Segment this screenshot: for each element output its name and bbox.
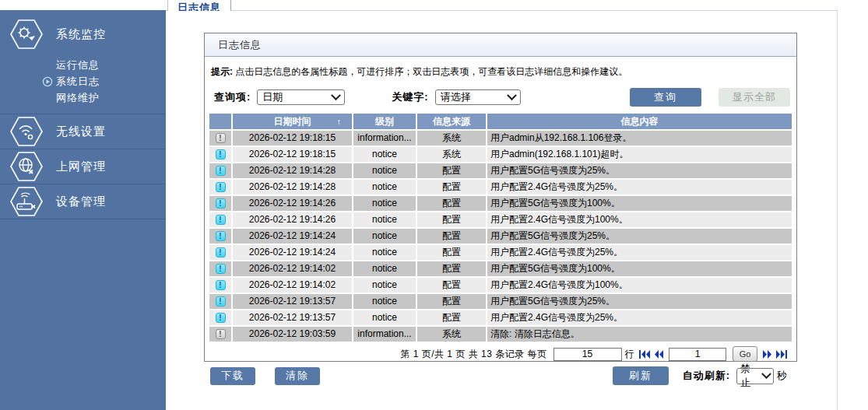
sidebar-group-internet: 上网管理 (0, 149, 166, 184)
page-summary: 第 1 页/共 1 页 共 13 条记录 每页 (400, 348, 546, 361)
info-level-icon (216, 133, 226, 143)
level-icon-cell (209, 245, 231, 260)
log-table-row[interactable]: 2026-02-12 19:03:59information...系统清除: 清… (209, 327, 792, 342)
info-level-icon (216, 329, 226, 339)
cell-datetime: 2026-02-12 19:14:02 (233, 278, 352, 293)
cell-datetime: 2026-02-12 19:14:26 (233, 196, 352, 211)
log-table-row[interactable]: 2026-02-12 19:14:24notice配置用户配置5G信号强度为25… (209, 229, 792, 244)
cell-source: 系统 (417, 147, 486, 162)
chevron-down-icon (331, 90, 341, 100)
active-play-icon (42, 76, 53, 87)
sidebar-item-wireless-settings[interactable]: 无线设置 (0, 114, 166, 149)
sidebar-group-wireless: 无线设置 (0, 114, 166, 149)
notice-level-icon (216, 198, 226, 209)
header-source[interactable]: 信息来源 (417, 114, 486, 129)
log-table-row[interactable]: 2026-02-12 19:14:26notice配置用户配置2.4G信号强度为… (209, 212, 792, 227)
last-page-button[interactable] (775, 350, 787, 359)
cell-content: 用户配置5G信号强度为25%。 (487, 229, 792, 244)
rows-per-page-input[interactable] (553, 348, 622, 361)
log-panel: 日志信息 提示: 点击日志信息的各属性标题，可进行排序；双击日志表项，可查看该日… (204, 33, 797, 362)
log-table-row[interactable]: 2026-02-12 19:13:57notice配置用户配置2.4G信号强度为… (209, 310, 792, 325)
log-table-row[interactable]: 2026-02-12 19:14:28notice配置用户配置5G信号强度为25… (209, 163, 792, 178)
log-table-row[interactable]: 2026-02-12 19:13:57notice配置用户配置5G信号强度为25… (209, 294, 792, 309)
tab-log-info[interactable]: 日志信息 (167, 0, 231, 11)
first-page-button[interactable] (639, 350, 651, 359)
cell-datetime: 2026-02-12 19:14:28 (233, 163, 352, 178)
sidebar-item-device-management[interactable]: 设备管理 (0, 184, 166, 219)
log-table-row[interactable]: 2026-02-12 19:18:15notice系统用户admin(192.1… (209, 147, 792, 162)
log-table-row[interactable]: 2026-02-12 19:14:28notice配置用户配置2.4G信号强度为… (209, 180, 792, 194)
notice-level-icon (216, 247, 226, 258)
cell-level: notice (353, 196, 416, 211)
sidebar-item-internet-management[interactable]: 上网管理 (0, 149, 166, 184)
header-content[interactable]: 信息内容 (487, 114, 792, 129)
cell-source: 配置 (417, 310, 486, 325)
auto-refresh-select[interactable]: 禁止 (736, 368, 774, 384)
internet-management-icon (10, 150, 43, 183)
next-page-button[interactable] (762, 350, 772, 359)
cell-content: 用户配置2.4G信号强度为100%。 (487, 278, 792, 293)
level-icon-cell (209, 163, 231, 178)
prev-page-button[interactable] (654, 350, 664, 359)
sidebar-subitem-running-info[interactable]: 运行信息 (0, 57, 166, 73)
query-row: 查询项: 日期 关键字: 请选择 查询 显示全部 (214, 88, 790, 107)
cell-source: 配置 (417, 294, 486, 309)
sidebar-subitem-system-log[interactable]: 系统日志 (0, 73, 166, 89)
pagination: 第 1 页/共 1 页 共 13 条记录 每页 行 Go (205, 346, 789, 362)
cell-level: notice (353, 212, 416, 227)
notice-level-icon (216, 296, 226, 307)
header-datetime[interactable]: 日期时间↑ (233, 114, 352, 129)
cell-source: 配置 (417, 229, 486, 244)
table-header-row: 日期时间↑ 级别 信息来源 信息内容 (209, 114, 792, 129)
seconds-label: 秒 (777, 369, 788, 383)
panel-title: 日志信息 (205, 33, 796, 57)
auto-refresh-label: 自动刷新: (683, 369, 730, 383)
cell-datetime: 2026-02-12 19:14:26 (233, 212, 352, 227)
query-field-label: 查询项: (214, 90, 251, 104)
system-monitor-icon (10, 18, 43, 51)
log-table-row[interactable]: 2026-02-12 19:14:26notice配置用户配置5G信号强度为10… (209, 196, 792, 211)
refresh-button[interactable]: 刷新 (613, 366, 669, 385)
sidebar-item-system-monitor[interactable]: 系统监控 (0, 10, 166, 54)
log-table-row[interactable]: 2026-02-12 19:14:24notice配置用户配置2.4G信号强度为… (209, 245, 792, 260)
cell-content: 用户配置2.4G信号强度为25%。 (487, 310, 792, 325)
cell-level: notice (353, 245, 416, 260)
log-table-row[interactable]: 2026-02-12 19:14:02notice配置用户配置2.4G信号强度为… (209, 278, 792, 293)
cell-source: 系统 (417, 327, 486, 342)
cell-level: information... (353, 327, 416, 342)
cell-source: 配置 (417, 245, 486, 260)
sidebar-item-label: 上网管理 (56, 159, 106, 174)
cell-source: 系统 (417, 131, 486, 145)
keyword-select[interactable]: 请选择 (435, 89, 521, 105)
log-table-row[interactable]: 2026-02-12 19:14:02notice配置用户配置5G信号强度为10… (209, 261, 792, 276)
subitem-label: 系统日志 (56, 75, 100, 89)
cell-level: notice (353, 147, 416, 162)
show-all-button[interactable]: 显示全部 (719, 88, 790, 107)
go-button[interactable]: Go (733, 346, 757, 362)
search-button[interactable]: 查询 (630, 88, 701, 107)
notice-level-icon (216, 264, 226, 274)
header-level[interactable]: 级别 (353, 114, 416, 129)
level-icon-cell (209, 294, 231, 309)
tabbar-divider (166, 10, 837, 11)
level-icon-cell (209, 261, 231, 276)
sidebar-item-label: 设备管理 (56, 194, 106, 209)
cell-source: 配置 (417, 163, 486, 178)
notice-level-icon (216, 231, 226, 241)
page-number-input[interactable] (669, 348, 726, 361)
refresh-group: 刷新 自动刷新: 禁止 秒 (613, 366, 788, 385)
notice-level-icon (216, 280, 226, 290)
cell-datetime: 2026-02-12 19:13:57 (233, 310, 352, 325)
cell-datetime: 2026-02-12 19:14:02 (233, 261, 352, 276)
hint-body: 点击日志信息的各属性标题，可进行排序；双击日志表项，可查看该日志详细信息和操作建… (233, 66, 627, 77)
chevron-down-icon (507, 90, 517, 100)
query-field-select[interactable]: 日期 (257, 89, 345, 105)
hint-text: 提示: 点击日志信息的各属性标题，可进行排序；双击日志表项，可查看该日志详细信息… (211, 65, 790, 79)
log-table-row[interactable]: 2026-02-12 19:18:15information...系统用户adm… (209, 131, 792, 145)
notice-level-icon (216, 166, 226, 176)
sidebar-subitem-network-maintenance[interactable]: 网络维护 (0, 89, 166, 106)
sidebar-submenu: 运行信息 系统日志 网络维护 (0, 54, 166, 114)
clear-button[interactable]: 清除 (275, 367, 320, 385)
footer-actions: 下载 清除 刷新 自动刷新: 禁止 秒 (204, 366, 797, 385)
download-button[interactable]: 下载 (210, 367, 255, 385)
